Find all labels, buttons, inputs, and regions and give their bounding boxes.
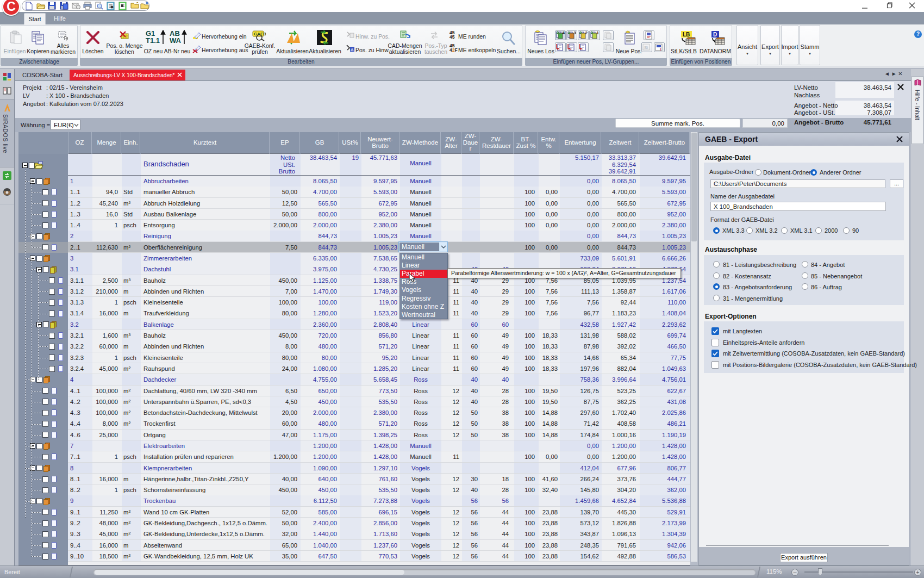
svg-text:Si: Si: [644, 45, 648, 50]
svg-text:A: A: [351, 47, 354, 52]
svg-text:D: D: [713, 32, 717, 38]
svg-text:LB: LB: [683, 32, 690, 38]
svg-text:GAEB: GAEB: [254, 32, 266, 36]
